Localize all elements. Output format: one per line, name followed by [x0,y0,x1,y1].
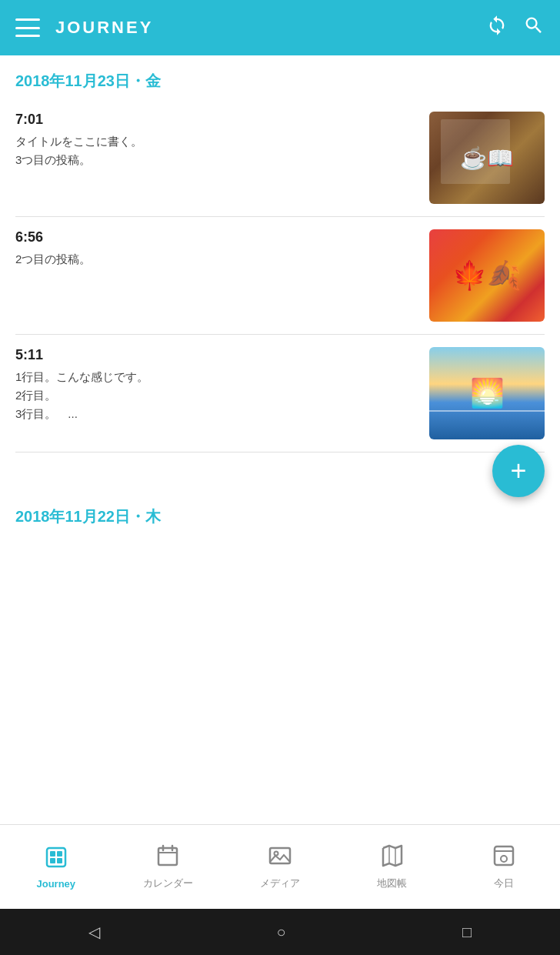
today-nav-label: 今日 [494,877,514,890]
add-entry-button[interactable]: + [492,445,545,497]
app-title: JOURNEY [55,18,153,38]
media-nav-icon [268,843,292,873]
nav-item-journey[interactable]: Journey [25,845,87,890]
entry-2-text: 6:56 2つ目の投稿。 [15,229,429,269]
entry-3-line-1: 1行目。こんな感じです。 [15,368,417,386]
entry-2-content: 2つ目の投稿。 [15,250,417,269]
map-nav-icon [380,843,405,873]
svg-rect-9 [270,848,290,863]
calendar-nav-icon [155,843,180,873]
entry-2[interactable]: 6:56 2つ目の投稿。 [15,217,545,335]
svg-rect-5 [158,848,177,865]
entry-1-line-1: タイトルをここに書く。 [15,132,417,151]
journey-nav-label: Journey [37,878,76,890]
bottom-spacer [15,535,545,566]
map-nav-label: 地図帳 [377,877,407,890]
entry-3-time: 5:11 [15,347,417,363]
entry-1[interactable]: 7:01 タイトルをここに書く。 3つ目の投稿。 [15,99,545,217]
sync-icon[interactable] [486,15,508,42]
recent-button[interactable]: □ [462,923,472,941]
system-navigation: ◁ ○ □ [0,909,560,955]
header-right [486,15,545,42]
header-left: JOURNEY [15,18,153,38]
today-nav-icon [492,843,516,873]
entry-3-line-2: 2行目。 [15,386,417,405]
home-button[interactable]: ○ [276,923,285,941]
bottom-navigation: Journey カレンダー メディア [0,824,560,909]
entry-1-text: 7:01 タイトルをここに書く。 3つ目の投稿。 [15,112,429,169]
date-heading-2: 2018年11月22日・木 [15,491,545,535]
entry-2-image [429,229,545,322]
nav-item-calendar[interactable]: カレンダー [137,843,198,890]
entry-3-image [429,347,545,439]
entry-1-image [429,112,545,204]
nav-item-today[interactable]: 今日 [473,843,535,890]
search-icon[interactable] [523,15,545,42]
entry-3[interactable]: 5:11 1行目。こんな感じです。 2行目。 3行目。 ... [15,335,545,452]
journey-nav-icon [44,845,68,875]
entry-3-line-3: 3行目。 ... [15,405,417,423]
fab-spacer: + [15,452,545,491]
svg-rect-2 [57,851,62,856]
back-button[interactable]: ◁ [88,923,100,941]
date-heading-1: 2018年11月23日・金 [15,55,545,99]
svg-rect-3 [50,858,55,863]
entry-1-content: タイトルをここに書く。 3つ目の投稿。 [15,132,417,169]
entry-2-line-1: 2つ目の投稿。 [15,250,417,269]
entry-1-line-2: 3つ目の投稿。 [15,151,417,169]
main-content: 2018年11月23日・金 7:01 タイトルをここに書く。 3つ目の投稿。 6… [0,55,560,824]
nav-item-media[interactable]: メディア [249,843,311,890]
app-header: JOURNEY [0,0,560,55]
leaves-image [429,229,545,322]
sea-image [429,347,545,439]
media-nav-label: メディア [260,877,300,890]
svg-rect-1 [50,851,55,856]
svg-point-15 [501,856,507,862]
entry-3-content: 1行目。こんな感じです。 2行目。 3行目。 ... [15,368,417,423]
entry-1-time: 7:01 [15,112,417,128]
svg-rect-0 [47,848,65,867]
entry-3-text: 5:11 1行目。こんな感じです。 2行目。 3行目。 ... [15,347,429,423]
calendar-nav-label: カレンダー [143,877,193,890]
entry-2-time: 6:56 [15,229,417,245]
svg-point-10 [274,852,278,856]
coffee-image [429,112,545,204]
nav-item-map[interactable]: 地図帳 [362,843,423,890]
svg-rect-4 [57,858,62,863]
menu-icon[interactable] [15,18,40,37]
